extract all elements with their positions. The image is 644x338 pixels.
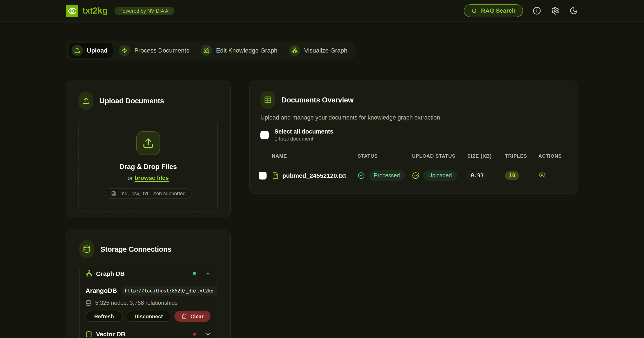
total-documents-label: 1 total document xyxy=(274,136,334,142)
graph-db-label: Graph DB xyxy=(96,270,125,277)
documents-overview-card: Documents Overview Upload and manage you… xyxy=(250,81,578,194)
browse-files-link[interactable]: browse files xyxy=(134,175,169,181)
tab-label: Edit Knowledge Graph xyxy=(216,47,277,54)
check-circle-icon xyxy=(412,172,419,179)
trash-icon xyxy=(182,314,188,319)
dropzone-title: Drag & Drop Files xyxy=(120,163,177,171)
brand-name: txt2kg xyxy=(82,6,108,16)
nvidia-logo-icon xyxy=(66,4,78,17)
table-icon xyxy=(260,91,275,109)
gear-icon xyxy=(551,6,559,15)
tab-process-documents[interactable]: Process Documents xyxy=(116,43,195,58)
upload-documents-card: Upload Documents Drag & Drop Files or br… xyxy=(66,81,230,217)
refresh-button[interactable]: Refresh xyxy=(86,311,122,322)
search-icon xyxy=(471,8,478,14)
main-tabs: Upload Process Documents Edit Knowledge … xyxy=(66,41,356,60)
tab-label: Process Documents xyxy=(134,47,190,54)
storage-card-header: Storage Connections xyxy=(79,240,217,258)
graph-network-icon xyxy=(86,270,92,277)
document-name-cell: pubmed_24552120.txt xyxy=(272,172,358,179)
actions-cell xyxy=(538,171,569,180)
triples-cell: 10 xyxy=(505,171,538,180)
arango-db-name: ArangoDB xyxy=(86,287,117,294)
upload-card-header: Upload Documents xyxy=(78,92,218,110)
triples-badge: 10 xyxy=(505,171,519,180)
supported-formats-text: .md, .csv, .txt, .json supported xyxy=(119,191,186,196)
supported-formats-pill: .md, .csv, .txt, .json supported xyxy=(104,188,192,199)
graph-stats-text: 5,325 nodes, 3,758 relationships xyxy=(95,300,178,306)
tab-visualize-graph[interactable]: Visualize Graph xyxy=(286,43,353,58)
select-all-checkbox[interactable] xyxy=(260,131,269,139)
dropzone-subtext: or browse files xyxy=(128,175,169,181)
table-header-row: NAME STATUS UPLOAD STATUS SIZE (KB) TRIP… xyxy=(250,148,578,164)
edit-pen-icon xyxy=(200,45,212,56)
table-row: pubmed_24552120.txt Processed Uploaded 0… xyxy=(250,164,578,187)
connected-status-dot xyxy=(193,272,196,275)
check-circle-icon xyxy=(358,172,365,179)
overview-subtitle: Upload and manage your documents for kno… xyxy=(250,114,578,121)
storage-connections-card: Storage Connections Graph DB ArangoDB ht… xyxy=(66,229,230,338)
chevron-down-icon xyxy=(205,331,211,337)
clear-button[interactable]: Clear xyxy=(175,311,211,322)
document-name: pubmed_24552120.txt xyxy=(282,172,346,179)
tab-label: Visualize Graph xyxy=(304,47,348,54)
or-text: or xyxy=(128,175,133,181)
info-icon xyxy=(532,6,541,15)
col-status: STATUS xyxy=(358,153,412,159)
col-name: NAME xyxy=(272,153,358,159)
vector-db-toggle[interactable]: Vector DB xyxy=(80,326,216,338)
upload-status-cell: Uploaded xyxy=(412,170,467,181)
arango-db-url: http://localhost:8529/_db/txt2kg xyxy=(121,286,217,296)
database-icon xyxy=(79,240,94,258)
upload-card-title: Upload Documents xyxy=(100,97,164,105)
col-actions: ACTIONS xyxy=(538,153,569,159)
rag-search-button[interactable]: RAG Search xyxy=(464,4,523,17)
zap-icon xyxy=(119,45,130,56)
upload-icon xyxy=(78,92,94,110)
top-bar: txt2kg Powered by NVIDIA AI RAG Search xyxy=(0,0,644,22)
tab-edit-knowledge-graph[interactable]: Edit Knowledge Graph xyxy=(198,43,282,58)
tab-label: Upload xyxy=(87,47,108,54)
upload-icon xyxy=(72,45,83,56)
storage-accordion: Graph DB ArangoDB http://localhost:8529/… xyxy=(79,266,217,338)
status-cell: Processed xyxy=(358,170,412,181)
brand: txt2kg Powered by NVIDIA AI xyxy=(66,4,174,17)
col-size: SIZE (KB) xyxy=(467,153,505,159)
vector-db-label: Vector DB xyxy=(96,331,126,338)
select-all-row: Select all documents 1 total document xyxy=(250,128,578,142)
select-all-text: Select all documents 1 total document xyxy=(274,128,334,142)
overview-card-title: Documents Overview xyxy=(282,96,353,104)
file-dropzone[interactable]: Drag & Drop Files or browse files .md, .… xyxy=(78,119,218,211)
theme-toggle-button[interactable] xyxy=(568,6,578,15)
clear-button-label: Clear xyxy=(190,313,204,319)
graph-network-icon xyxy=(289,45,300,56)
view-document-button[interactable] xyxy=(538,171,546,178)
disconnect-button[interactable]: Disconnect xyxy=(126,311,172,322)
database-icon xyxy=(86,300,92,306)
col-upload-status: UPLOAD STATUS xyxy=(412,153,467,159)
file-icon xyxy=(111,191,116,196)
moon-icon xyxy=(569,6,578,15)
info-button[interactable] xyxy=(532,6,542,15)
top-bar-actions: RAG Search xyxy=(464,4,578,17)
col-triples: TRIPLES xyxy=(505,153,538,159)
graph-db-actions: Refresh Disconnect Clear xyxy=(86,311,211,322)
rag-search-label: RAG Search xyxy=(481,7,516,14)
tab-upload[interactable]: Upload xyxy=(69,43,113,58)
select-all-label: Select all documents xyxy=(274,128,334,135)
settings-button[interactable] xyxy=(550,6,560,15)
upload-icon xyxy=(136,131,160,155)
file-text-icon xyxy=(272,172,279,179)
graph-db-details: ArangoDB http://localhost:8529/_db/txt2k… xyxy=(80,281,216,326)
row-checkbox[interactable] xyxy=(259,172,266,179)
documents-table: NAME STATUS UPLOAD STATUS SIZE (KB) TRIP… xyxy=(250,148,578,187)
chevron-up-icon xyxy=(205,271,211,276)
disconnected-status-dot xyxy=(193,333,196,336)
database-icon xyxy=(86,331,92,337)
eye-icon xyxy=(538,171,546,178)
graph-db-toggle[interactable]: Graph DB xyxy=(80,266,216,281)
graph-stats-row: 5,325 nodes, 3,758 relationships xyxy=(86,300,211,306)
upload-status-badge: Uploaded xyxy=(423,170,457,181)
size-cell: 0.93 xyxy=(467,171,505,180)
status-badge: Processed xyxy=(369,170,405,181)
